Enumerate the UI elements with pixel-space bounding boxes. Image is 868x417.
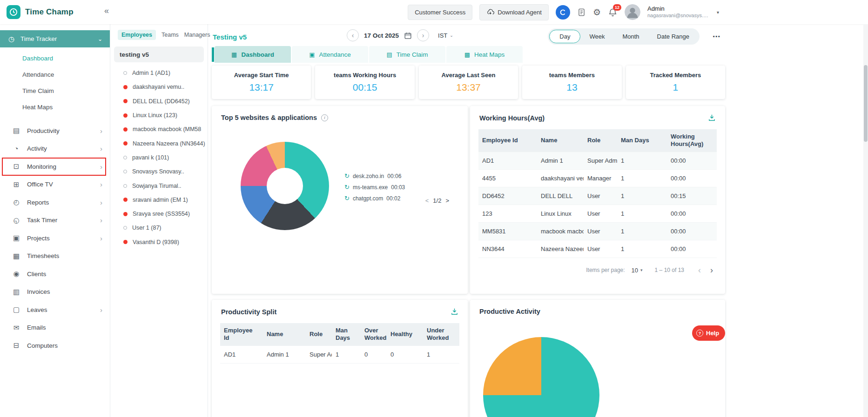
member-list: Admin 1 (AD1) daakshayani vemu.. DELL DE…	[110, 66, 208, 249]
sidebar-item-heat-maps[interactable]: Heat Maps	[0, 99, 110, 115]
sidebar-item-projects[interactable]: ▣ Projects ›	[0, 229, 110, 247]
tab-attendance[interactable]: ▣ Attendance	[292, 46, 368, 63]
column-header: Role	[584, 129, 617, 152]
team-group[interactable]: testing v5	[114, 46, 204, 62]
member-name: Snovasys Snovasy..	[132, 168, 184, 175]
range-tab-day[interactable]: Day	[549, 30, 580, 43]
date-display[interactable]: 17 Oct 2025	[364, 32, 399, 39]
donut-hole	[267, 168, 303, 204]
legend-label: ms-teams.exe	[353, 184, 388, 191]
next-page-icon[interactable]: ›	[710, 265, 713, 275]
document-icon[interactable]	[577, 8, 586, 17]
status-dot	[123, 141, 128, 146]
prev-day-button[interactable]: ‹	[347, 29, 359, 41]
chevron-right-icon: ›	[100, 216, 102, 224]
range-tab-week[interactable]: Week	[580, 30, 613, 43]
sidebar-item-label: Computers	[27, 342, 58, 349]
cell: Super Admin	[306, 346, 332, 364]
download-icon[interactable]	[451, 308, 458, 316]
active-tab-accent	[212, 47, 214, 62]
next-day-button[interactable]: ›	[417, 29, 429, 41]
stat-label: Tracked Members	[650, 72, 701, 79]
download-agent-button[interactable]: Download Agent	[479, 4, 549, 20]
prev-page-icon[interactable]: ‹	[698, 265, 701, 275]
member-row[interactable]: Nazeera Nazeera (NN3644)	[110, 136, 208, 150]
stat-card: Tracked Members 1	[626, 66, 725, 99]
member-row[interactable]: macbook macbook (MM58	[110, 122, 208, 136]
tab-dashboard[interactable]: ▦ Dashboard	[215, 46, 291, 63]
sidebar-item-monitoring[interactable]: ⊡ Monitoring ›	[0, 158, 110, 176]
card-title: Productive Activity	[479, 308, 540, 315]
stat-value: 13:37	[456, 82, 481, 93]
items-per-page-select[interactable]: 10 ▾	[632, 267, 643, 274]
scrollbar-thumb[interactable]	[864, 65, 868, 142]
tab-teams[interactable]: Teams	[161, 32, 179, 38]
member-row[interactable]: Linux Linux (123)	[110, 108, 208, 122]
notifications-button[interactable]: 12	[608, 7, 618, 17]
user-info[interactable]: Admin nagasravani@snovasys.co...	[647, 5, 710, 19]
sidebar-item-emails[interactable]: ✉ Emails	[0, 319, 110, 337]
sidebar-subitem-label: Dashboard	[22, 55, 53, 62]
member-row[interactable]: User 1 (87)	[110, 221, 208, 235]
cloud-download-icon	[486, 8, 494, 16]
status-dot	[123, 212, 128, 216]
tab-time-claim[interactable]: ▤ Time Claim	[369, 46, 445, 63]
sidebar-item-time-claim[interactable]: Time Claim	[0, 83, 110, 99]
sidebar-item-task-timer[interactable]: ◵ Task Timer ›	[0, 212, 110, 230]
sidebar-item-activity[interactable]: ◔ Activity ›	[0, 140, 110, 158]
member-row[interactable]: sravani admin (EM 1)	[110, 193, 208, 207]
legend-item: ↻ desk.zoho.in 00:06	[344, 172, 405, 179]
top5-donut-chart	[241, 142, 329, 230]
pager-prev-icon[interactable]: <	[425, 197, 429, 204]
member-row[interactable]: Sowjanya Tirumal..	[110, 179, 208, 192]
sidebar-item-timesheets[interactable]: ▦ Timesheets	[0, 247, 110, 265]
member-row[interactable]: Vasanthi D (9398)	[110, 235, 208, 249]
range-tab-date-range[interactable]: Date Range	[648, 30, 698, 43]
sidebar-item-leaves[interactable]: ▢ Leaves ›	[0, 301, 110, 319]
member-row[interactable]: Sravya sree (SS3554)	[110, 207, 208, 221]
range-tab-month[interactable]: Month	[613, 30, 648, 43]
tab-employees[interactable]: Employees	[118, 30, 156, 40]
sidebar-item-invoices[interactable]: ▥ Invoices	[0, 283, 110, 301]
timezone-select[interactable]: IST ⌄	[438, 32, 453, 39]
status-dot	[123, 184, 127, 188]
sidebar-item-time-tracker[interactable]: ◷ Time Tracker ⌄	[0, 30, 110, 47]
pager-next-icon[interactable]: >	[445, 197, 449, 204]
avatar[interactable]	[625, 4, 640, 20]
sidebar-item-clients[interactable]: ◉ Clients	[0, 265, 110, 283]
stat-label: teams Working Hours	[334, 72, 396, 79]
column-header: Working Hours(Avg)	[667, 129, 717, 152]
tab-managers[interactable]: Managers	[184, 32, 210, 38]
member-row[interactable]: daakshayani vemu..	[110, 80, 208, 94]
gear-icon[interactable]: ⚙	[593, 7, 601, 18]
member-row[interactable]: Admin 1 (AD1)	[110, 66, 208, 80]
info-icon[interactable]: i	[321, 114, 328, 121]
stat-value: 1	[673, 82, 678, 93]
download-icon[interactable]	[708, 114, 716, 122]
sidebar-item-reports[interactable]: ◴ Reports ›	[0, 193, 110, 212]
sidebar-item-attendance[interactable]: Attendance	[0, 66, 110, 83]
sidebar-item-computers[interactable]: ⊟ Computers	[0, 337, 110, 355]
member-row[interactable]: Snovasys Snovasy..	[110, 165, 208, 179]
page-range: 1 – 10 of 13	[655, 267, 684, 273]
tab-heat-maps[interactable]: ▩ Heat Maps	[446, 46, 523, 63]
collapse-sidebar-icon[interactable]: «	[104, 6, 109, 16]
sidebar-item-productivity[interactable]: ▤ Productivity ›	[0, 122, 110, 140]
sidebar-item-office-tv[interactable]: ⊞ Office TV ›	[0, 176, 110, 194]
chat-bubble-icon[interactable]	[556, 5, 570, 20]
sidebar-item-dashboard[interactable]: Dashboard	[0, 50, 110, 66]
customer-success-button[interactable]: Customer Success	[408, 5, 472, 20]
table-row: MM5831 macbook macbook User 1 00:00	[478, 222, 717, 240]
calendar-icon[interactable]	[404, 32, 412, 40]
working-hours-table: Employee IdNameRoleMan DaysWorking Hours…	[478, 129, 717, 258]
tab-label: Attendance	[319, 51, 350, 58]
member-row[interactable]: DELL DELL (DD6452)	[110, 94, 208, 108]
cell: Nazeera Nazeera	[537, 240, 584, 258]
stat-value: 13	[566, 82, 577, 93]
more-options-icon[interactable]: ⋯	[713, 32, 721, 41]
user-menu-chevron-icon[interactable]: ▾	[717, 10, 719, 15]
legend-item: ↻ chatgpt.com 00:02	[344, 195, 405, 202]
help-button[interactable]: ? Help	[692, 325, 725, 341]
member-row[interactable]: pavani k (101)	[110, 151, 208, 165]
cell: Linux Linux	[537, 205, 584, 222]
